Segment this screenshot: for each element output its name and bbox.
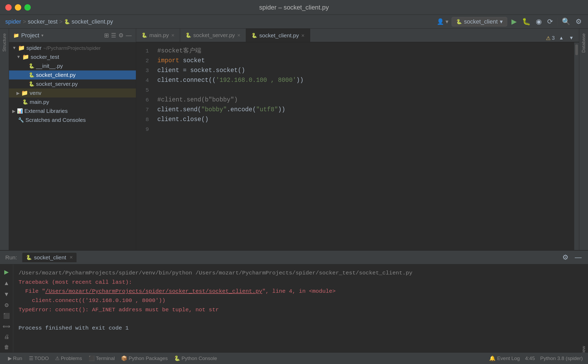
- code-line-1: #socket客户端: [157, 46, 569, 56]
- close-button[interactable]: [5, 4, 12, 11]
- py-icon: 🐍: [29, 81, 34, 87]
- statusbar-python-packages-tab[interactable]: 📦 Python Packages: [118, 355, 170, 361]
- rerun-button[interactable]: ▶: [3, 268, 10, 277]
- filter-button[interactable]: ⚙: [3, 301, 10, 309]
- breadcrumb-file: 🐍 socket_client.py: [64, 18, 113, 25]
- close-run-tab-icon[interactable]: ✕: [69, 255, 73, 260]
- stop-button[interactable]: ⬛: [2, 312, 11, 320]
- run-config-tab[interactable]: 🐍 socket_client ✕: [22, 253, 76, 262]
- print-button[interactable]: 🖨: [3, 333, 10, 341]
- maximize-button[interactable]: [24, 4, 31, 11]
- close-tab-socket-server-py[interactable]: ✕: [237, 33, 240, 38]
- close-tab-socket-client-py[interactable]: ✕: [301, 33, 305, 38]
- statusbar-python-version[interactable]: Python 3.8 (spider): [540, 356, 583, 361]
- profile-button[interactable]: ⟳: [546, 16, 554, 27]
- tree-item-spider-root[interactable]: ▼ 📁 spider ~/PycharmProjects/spider: [9, 43, 136, 52]
- tree-item-venv[interactable]: ▶ 📁 venv: [9, 88, 136, 97]
- todo-icon: ☰: [29, 355, 33, 361]
- expand-editor-button[interactable]: ▲: [558, 34, 565, 42]
- term-file-link[interactable]: /Users/mozart/PycharmProjects/spider/soc…: [45, 288, 262, 294]
- breadcrumb-project[interactable]: spider: [5, 18, 21, 25]
- statusbar-time: 4:45: [525, 356, 535, 361]
- account-icon[interactable]: 👤 ▾: [437, 18, 448, 25]
- line-num-8: 8: [136, 115, 149, 125]
- statusbar-run-tab[interactable]: ▶ Run: [5, 355, 25, 361]
- code-line-8: client.close(): [157, 115, 569, 125]
- tab-main-py[interactable]: 🐍 main.py ✕: [136, 29, 180, 42]
- terminal-label: Terminal: [96, 356, 115, 361]
- panel-dropdown-icon[interactable]: ▾: [41, 33, 43, 38]
- settings-icon-button[interactable]: ⚙: [574, 16, 583, 27]
- window-controls[interactable]: [5, 4, 31, 11]
- statusbar-terminal-tab[interactable]: ⬛ Terminal: [86, 355, 118, 361]
- statusbar-python-console-tab[interactable]: 🐍 Python Console: [171, 355, 220, 361]
- event-log-link[interactable]: 🔔 Event Log: [489, 355, 520, 361]
- code-line-9: [157, 125, 569, 134]
- tree-item-external-libs[interactable]: ▶ 📊 External Libraries: [9, 106, 136, 116]
- main-layout: Structure Favorites 📁 Project ▾ ⊞ ☰ ⚙ — …: [0, 29, 588, 364]
- breadcrumb: spider > socker_test > 🐍 socket_client.p…: [5, 18, 113, 25]
- tree-item-main-py[interactable]: 🐍 main.py: [9, 97, 136, 106]
- tab-socket-server-py[interactable]: 🐍 socket_server.py ✕: [180, 29, 246, 42]
- py-tab-icon: 🐍: [141, 32, 147, 38]
- coverage-button[interactable]: ◉: [535, 16, 543, 27]
- code-line-4: client.connect(('192.168.0.100 , 8000')): [157, 76, 569, 85]
- search-icon-button[interactable]: 🔍: [561, 16, 571, 27]
- term-line-code: client.connect(('192.168.0.100 , 8000')): [19, 296, 583, 305]
- terminal-content: /Users/mozart/PycharmProjects/spider/ven…: [13, 264, 588, 364]
- scroll-up-button[interactable]: ▲: [3, 279, 11, 288]
- tree-item-socket-client-py[interactable]: 🐍 socket_client.py: [9, 70, 136, 79]
- run-config-label: socket_client: [464, 18, 498, 25]
- code-line-7: client.send("bobby".encode("utf8")): [157, 105, 569, 115]
- term-line-empty: [19, 314, 583, 324]
- scroll-down-button[interactable]: ▼: [3, 290, 11, 299]
- problems-label: Problems: [61, 356, 82, 361]
- library-icon: 📊: [17, 108, 23, 114]
- editor-area: 🐍 main.py ✕ 🐍 socket_server.py ✕ 🐍 socke…: [136, 29, 579, 364]
- statusbar-problems-tab[interactable]: ⚠ Problems: [52, 355, 84, 361]
- term-line-path: /Users/mozart/PycharmProjects/spider/ven…: [19, 269, 583, 278]
- run-config-button[interactable]: 🐍 socket_client ▾: [452, 17, 507, 26]
- tree-item-socker-test[interactable]: ▼ 📁 socker_test: [9, 52, 136, 61]
- minimize-button[interactable]: [15, 4, 21, 11]
- run-status-icon: ▶: [8, 355, 12, 361]
- warning-indicator: ⚠ 3: [546, 35, 555, 41]
- tab-socket-client-py[interactable]: 🐍 socket_client.py ✕: [246, 29, 310, 42]
- bottom-minimize-button[interactable]: —: [574, 252, 583, 263]
- tree-item-init-py[interactable]: 🐍 __init__.py: [9, 61, 136, 70]
- tree-item-scratches[interactable]: 🔧 Scratches and Consoles: [9, 116, 136, 125]
- problems-icon: ⚠: [55, 355, 60, 361]
- term-line-file: File "/Users/mozart/PycharmProjects/spid…: [19, 287, 583, 296]
- line-num-7: 7: [136, 105, 149, 115]
- warning-icon: ⚠: [546, 35, 551, 41]
- structure-tab[interactable]: Structure: [1, 31, 8, 54]
- breadcrumb-sep2: >: [59, 18, 63, 25]
- bottom-tab-right: ⚙ —: [561, 252, 583, 263]
- code-line-2: import socket: [157, 56, 569, 66]
- debug-button[interactable]: 🐛: [521, 16, 532, 27]
- breadcrumb-folder[interactable]: socker_test: [28, 18, 58, 25]
- database-tab[interactable]: Database: [580, 31, 587, 55]
- chevron-right-icon: ▶: [16, 91, 20, 96]
- py-icon: 🐍: [29, 63, 34, 69]
- run-button[interactable]: ▶: [510, 16, 518, 27]
- close-tab-main-py[interactable]: ✕: [171, 33, 175, 38]
- tree-item-socket-server-py[interactable]: 🐍 socket_server.py: [9, 79, 136, 88]
- scroll-button[interactable]: ☰: [111, 32, 116, 39]
- python-packages-icon: 📦: [121, 355, 127, 361]
- warning-count: 3: [552, 35, 555, 41]
- settings-gear-button[interactable]: ⚙: [118, 32, 124, 39]
- panel-title: 📁 Project ▾: [13, 32, 43, 39]
- folder-icon: 📁: [22, 54, 29, 60]
- wrap-button[interactable]: ⟺: [2, 322, 11, 331]
- bottom-settings-button[interactable]: ⚙: [561, 252, 569, 263]
- trash-button[interactable]: 🗑: [3, 343, 10, 351]
- statusbar-right: 🔔 Event Log 4:45 Python 3.8 (spider): [489, 355, 583, 361]
- collapse-editor-button[interactable]: ▼: [568, 34, 575, 42]
- statusbar-todo-tab[interactable]: ☰ TODO: [26, 355, 52, 361]
- term-line-error: TypeError: connect(): AF_INET address mu…: [19, 305, 583, 315]
- statusbar: ▶ Run ☰ TODO ⚠ Problems ⬛ Terminal 📦 Pyt…: [0, 352, 588, 364]
- breadcrumb-sep1: >: [23, 18, 26, 25]
- hide-panel-button[interactable]: —: [126, 32, 132, 39]
- collapse-all-button[interactable]: ⊞: [104, 32, 109, 39]
